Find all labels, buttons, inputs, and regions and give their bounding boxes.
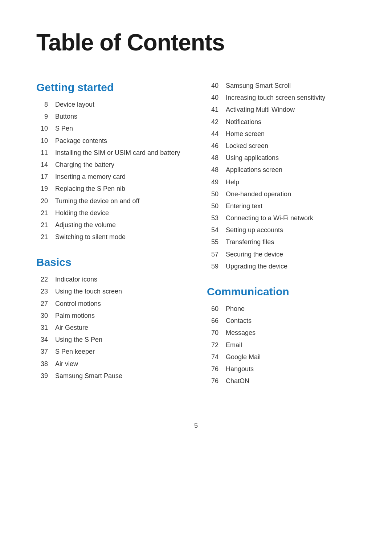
list-item: 17Inserting a memory card [36,172,185,181]
list-item: 53Connecting to a Wi-Fi network [207,214,356,223]
item-text: S Pen keeper [55,347,185,356]
section-heading-getting-started: Getting started [36,81,185,94]
page-num: 40 [207,81,219,90]
page-num: 8 [36,100,48,109]
item-text: Securing the device [226,250,356,259]
item-text: Switching to silent mode [55,233,185,242]
page-num: 22 [36,275,48,284]
list-item: 40Increasing touch screen sensitivity [207,93,356,102]
item-text: Upgrading the device [226,262,356,271]
item-text: Package contents [55,136,185,145]
item-text: Locked screen [226,141,356,151]
page-num: 60 [207,304,219,313]
list-item: 66Contacts [207,316,356,325]
list-item: 72Email [207,341,356,350]
page-num: 23 [36,287,48,296]
page-num: 76 [207,365,219,374]
page-number: 5 [36,422,356,430]
list-item: 76ChatON [207,377,356,386]
page-num: 21 [36,221,48,230]
list-item: 27Control motions [36,299,185,308]
page-num: 76 [207,377,219,386]
list-item: 11Installing the SIM or USIM card and ba… [36,148,185,157]
page-num: 17 [36,172,48,181]
item-text: Connecting to a Wi-Fi network [226,214,356,223]
item-text: Air Gesture [55,323,185,332]
list-item: 8Device layout [36,100,185,109]
list-item: 50One-handed operation [207,190,356,199]
list-item: 39Samsung Smart Pause [36,372,185,381]
page-num: 74 [207,353,219,362]
list-item: 23Using the touch screen [36,287,185,296]
item-text: Google Mail [226,353,356,362]
list-item: 74Google Mail [207,353,356,362]
item-text: Indicator icons [55,275,185,284]
item-text: Email [226,341,356,350]
page-num: 9 [36,112,48,121]
page-num: 21 [36,233,48,242]
page-num: 21 [36,209,48,218]
list-item: 21Switching to silent mode [36,233,185,242]
list-item: 54Setting up accounts [207,226,356,235]
page-num: 39 [36,372,48,381]
list-item: 44Home screen [207,130,356,139]
page-title: Table of Contents [36,29,356,56]
item-text: Increasing touch screen sensitivity [226,93,356,102]
list-item: 49Help [207,178,356,187]
basics-list: 22Indicator icons23Using the touch scree… [36,275,185,381]
list-item: 46Locked screen [207,141,356,151]
list-item: 59Upgrading the device [207,262,356,271]
list-item: 76Hangouts [207,365,356,374]
page-num: 37 [36,347,48,356]
item-text: Charging the battery [55,160,185,169]
item-text: Notifications [226,118,356,127]
item-text: Samsung Smart Pause [55,372,185,381]
list-item: 70Messages [207,328,356,337]
page-num: 30 [36,311,48,320]
list-item: 57Securing the device [207,250,356,259]
communication-list: 60Phone66Contacts70Messages72Email74Goog… [207,304,356,386]
item-text: Setting up accounts [226,226,356,235]
page-num: 46 [207,141,219,151]
page-num: 31 [36,323,48,332]
list-item: 22Indicator icons [36,275,185,284]
item-text: Contacts [226,316,356,325]
page-num: 70 [207,328,219,337]
item-text: Hangouts [226,365,356,374]
item-text: Using the touch screen [55,287,185,296]
page-num: 44 [207,130,219,139]
list-item: 50Entering text [207,202,356,211]
page-num: 48 [207,153,219,163]
list-item: 40Samsung Smart Scroll [207,81,356,90]
list-item: 19Replacing the S Pen nib [36,184,185,193]
item-text: Using the S Pen [55,335,185,344]
page-num: 49 [207,178,219,187]
page-num: 40 [207,93,219,102]
list-item: 14Charging the battery [36,160,185,169]
page-num: 19 [36,184,48,193]
list-item: 34Using the S Pen [36,335,185,344]
list-item: 48Using applications [207,153,356,163]
page-num: 48 [207,165,219,175]
left-column: Getting started 8Device layout9Buttons10… [36,81,185,400]
item-text: S Pen [55,124,185,133]
item-text: Buttons [55,112,185,121]
item-text: Phone [226,304,356,313]
item-text: Entering text [226,202,356,211]
page-num: 10 [36,136,48,145]
page-num: 50 [207,202,219,211]
item-text: Adjusting the volume [55,221,185,230]
page-num: 27 [36,299,48,308]
item-text: Inserting a memory card [55,172,185,181]
page-num: 11 [36,148,48,157]
list-item: 42Notifications [207,118,356,127]
item-text: Installing the SIM or USIM card and batt… [55,148,185,157]
item-text: One-handed operation [226,190,356,199]
list-item: 38Air view [36,360,185,369]
list-item: 21Holding the device [36,209,185,218]
list-item: 9Buttons [36,112,185,121]
page-num: 59 [207,262,219,271]
list-item: 55Transferring files [207,238,356,247]
page-num: 42 [207,118,219,127]
page-num: 55 [207,238,219,247]
